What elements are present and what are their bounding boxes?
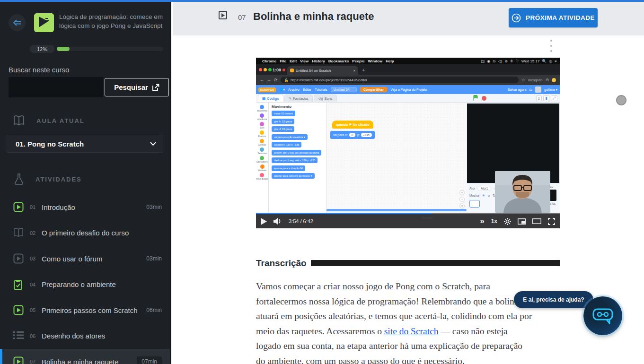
activity-item-05[interactable]: 05 Primeiros passos com Scratch 06min [0, 297, 170, 323]
scratch-avatar [535, 87, 541, 93]
scratch-share-button: Compartilhar [360, 87, 388, 92]
scratch-menu-arquivo: Arquivo [288, 88, 300, 91]
zoom-reset-icon: = [459, 203, 465, 208]
scratch-category: Som [260, 122, 264, 129]
activity-item-07[interactable]: 07 Bolinha e minha raquete 07min [0, 349, 170, 364]
list-activity-icon [13, 331, 24, 339]
activity-title: Desenho dos atores [42, 332, 162, 340]
activity-options-menu[interactable] [548, 40, 555, 52]
video-browser-tabbar: 1:00 Untitled-54 on Scratch × + [256, 64, 560, 75]
scroll-indicator-dot [616, 95, 626, 105]
playback-speed-button[interactable]: 1x [491, 218, 497, 225]
arrow-right-circle-icon [512, 13, 521, 23]
lock-icon: 🔒 [284, 78, 289, 82]
activity-duration: 03min [146, 204, 162, 210]
play-button[interactable] [261, 218, 267, 225]
tab-title: Untitled-54 on Scratch [296, 69, 352, 73]
page-title: Bolinha e minha raquete [253, 10, 374, 23]
kebab-dot [550, 40, 552, 42]
normal-stage-icon: ▮ [543, 95, 549, 101]
palette-block: vá para x: 160 y: -135 [272, 142, 301, 147]
activity-item-01[interactable]: 01 Introdução 03min [0, 194, 170, 220]
browser-tab: Untitled-54 on Scratch × [287, 66, 358, 75]
activity-title: Preparando o ambiente [42, 280, 162, 288]
lesson-dropdown[interactable]: 01. Pong no Scratch [7, 135, 163, 153]
scratch-project-name-field: Untitled-54 [331, 87, 357, 92]
help-chat-button[interactable] [583, 296, 622, 335]
theater-mode-button[interactable] [532, 218, 541, 224]
palette-block: aponte para a direção 90 [272, 165, 305, 171]
video-activity-icon [13, 305, 24, 315]
palette-block: deslize por 1 seg. até x: 160 y: -135 [272, 157, 318, 163]
scratch-menu-tutoriais: Tutoriais [315, 88, 327, 91]
search-input[interactable] [9, 77, 103, 97]
clipboard-check-icon [13, 279, 23, 290]
sidebar: Lógica de programação: comece em lógica … [0, 2, 171, 364]
transcript-heading-bar [311, 260, 560, 266]
volume-button[interactable] [273, 218, 282, 225]
palette-block: gire ↻ 15 graus [272, 119, 294, 124]
zoom-out-icon: − [459, 197, 465, 202]
scratch-header: SCRATCH 🌐▾ Arquivo Editar Tutoriais Unti… [256, 85, 560, 94]
activity-number: 05 [30, 307, 40, 313]
recording-timer: 1:00 [273, 68, 281, 72]
video-player[interactable]: ChromeFileEditViewHistoryBookmarksPeople… [256, 58, 560, 228]
scratch-site-link[interactable]: site do Scratch [384, 326, 439, 336]
fullscreen-stage-icon: ⤢ [551, 95, 557, 101]
recording-dot [282, 69, 285, 71]
palette-block: mova 10 passos [272, 111, 295, 116]
tab-close-icon: × [353, 69, 355, 73]
activities-list: 01 Introdução 03min 02 O primeiro desafi… [0, 194, 170, 364]
video-browser-urlbar: ← → ⟳ 🔒 https://scratch.mit.edu/projects… [256, 75, 560, 85]
browser-reload-icon: ⟳ [274, 78, 278, 82]
activity-number: 01 [30, 204, 40, 210]
palette-block: aponte para ponteiro do mouse ▾ [272, 173, 315, 179]
scratch-save-link: Salvar agora [508, 88, 527, 91]
video-activity-icon [13, 356, 24, 364]
activity-title: Bolinha e minha raquete [42, 358, 137, 364]
scratch-tab-sons: ◁)) Sons [314, 95, 337, 102]
scratch-category: Movimento [257, 105, 267, 112]
settings-gear-button[interactable] [504, 218, 511, 225]
incognito-icon: ⊜ [545, 78, 549, 82]
scratch-category: Controle [258, 139, 266, 146]
scratch-tab-strip: ▦ Código ✎ Fantasias ◁)) Sons ▯ ▮ ⤢ [256, 94, 560, 103]
flask-icon [14, 173, 24, 185]
activities-label: ATIVIDADES [35, 176, 82, 183]
scratch-tab-codigo: ▦ Código [258, 95, 283, 102]
activity-item-06[interactable]: 06 Desenho dos atores [0, 323, 170, 349]
back-arrow-icon [12, 19, 22, 26]
activity-item-02[interactable]: 02 O primeiro desafio do curso [0, 220, 170, 246]
activity-number: 02 [30, 230, 40, 236]
next-activity-button[interactable]: PRÓXIMA ATIVIDADE [509, 8, 598, 27]
search-button[interactable]: Pesquisar [105, 78, 169, 96]
scratch-category: Meus Blocos [256, 173, 268, 180]
miniplayer-button[interactable] [518, 218, 526, 225]
palette-blocks: mova 10 passosgire ↻ 15 grausgire ↺ 15 g… [272, 111, 326, 179]
instructor-webcam [495, 171, 550, 213]
go-to-xy-block: vá para x: 0 y: -135 [330, 131, 375, 139]
skip-forward-button[interactable]: » [480, 217, 484, 226]
tab-favicon [290, 69, 294, 72]
green-flag-icon [473, 95, 478, 101]
transcript-heading: Transcrição [256, 258, 307, 269]
collapse-sidebar-button[interactable] [9, 14, 26, 31]
next-activity-label: PRÓXIMA ATIVIDADE [526, 14, 595, 21]
video-mac-menubar: ChromeFileEditViewHistoryBookmarksPeople… [256, 58, 560, 64]
transcript-paragraph: Vamos começar a criar nosso jogo de Pong… [256, 279, 533, 364]
current-lesson-label: AULA ATUAL [36, 117, 85, 124]
scratch-username: guilima ▾ [544, 88, 557, 92]
activity-duration: 03min [146, 255, 162, 262]
video-activity-icon [13, 253, 24, 264]
progress-bar [57, 47, 163, 51]
help-bubble[interactable]: E aí, precisa de ajuda? [514, 291, 593, 308]
progress-percent-badge: 12% [30, 45, 54, 53]
activity-item-04[interactable]: 04 Preparando o ambiente [0, 272, 170, 298]
mac-close-dot [259, 68, 262, 71]
course-title: Lógica de programação: comece em lógica … [59, 12, 163, 30]
scratch-logo: SCRATCH [258, 87, 276, 92]
fullscreen-button[interactable] [548, 218, 555, 225]
scratch-category: Operadores [256, 156, 268, 163]
activity-item-03[interactable]: 03 Como usar o fórum 03min [0, 246, 170, 272]
hat-block: quando ⚑ for clicado [332, 121, 373, 129]
